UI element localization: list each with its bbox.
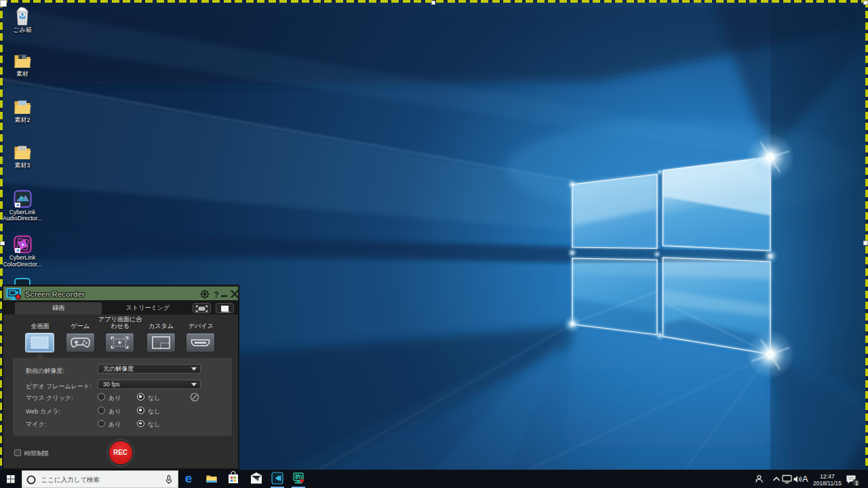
svg-text:1: 1 (855, 479, 859, 486)
